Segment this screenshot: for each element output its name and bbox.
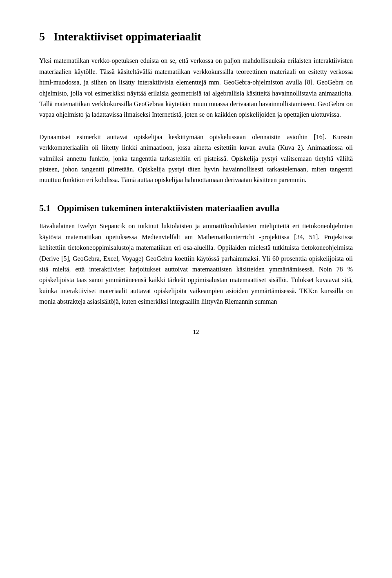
chapter-paragraph-1: Yksi matematiikan verkko-opetuksen eduis…: [39, 56, 353, 120]
chapter-number: 5: [39, 30, 45, 43]
section-title: 5.1 Oppimisen tukeminen interaktiivisten…: [39, 202, 353, 215]
section-paragraph-1: Itävaltalainen Evelyn Stepancik on tutki…: [39, 221, 353, 307]
chapter-title: 5 Interaktiiviset oppimateriaalit: [39, 29, 353, 44]
page-number: 12: [39, 327, 353, 337]
page: 5 Interaktiiviset oppimateriaalit Yksi m…: [0, 0, 392, 578]
section-title-text: Oppimisen tukeminen interaktiivisten mat…: [57, 203, 279, 213]
section-number: 5.1: [39, 203, 51, 213]
chapter-title-text: Interaktiiviset oppimateriaalit: [53, 30, 201, 43]
chapter-paragraph-2: Dynaamiset esimerkit auttavat opiskelija…: [39, 132, 353, 186]
